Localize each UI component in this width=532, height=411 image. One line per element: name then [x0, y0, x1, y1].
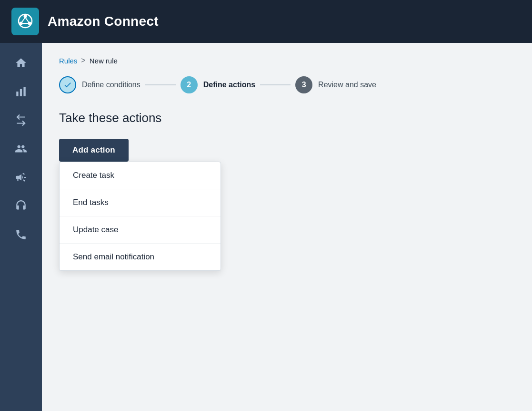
sidebar-item-users[interactable]	[7, 136, 35, 161]
svg-rect-10	[23, 87, 25, 96]
step-define-conditions: Define conditions	[59, 76, 141, 93]
sidebar-item-agent[interactable]	[7, 194, 35, 218]
add-action-dropdown-container: Add action Create task End tasks Update …	[59, 139, 129, 162]
breadcrumb-separator: >	[81, 56, 85, 65]
headset-icon	[15, 200, 27, 212]
users-icon	[15, 143, 27, 155]
app-header: Amazon Connect	[0, 0, 532, 43]
stepper: Define conditions 2 Define actions 3 Rev…	[59, 76, 515, 93]
svg-rect-0	[11, 8, 39, 35]
checkmark-icon	[63, 81, 72, 89]
action-dropdown-menu: Create task End tasks Update case Send e…	[59, 162, 221, 271]
breadcrumb: Rules > New rule	[59, 56, 515, 65]
breadcrumb-current: New rule	[90, 57, 118, 65]
svg-rect-8	[16, 92, 18, 96]
sidebar	[0, 43, 42, 411]
svg-point-2	[24, 15, 27, 18]
app-title: Amazon Connect	[48, 14, 159, 29]
sidebar-item-routing[interactable]	[7, 108, 35, 133]
dropdown-item-update-case[interactable]: Update case	[60, 216, 221, 244]
phone-icon	[15, 228, 27, 241]
dropdown-item-end-tasks[interactable]: End tasks	[60, 189, 221, 216]
step-connector-2	[260, 84, 291, 85]
sidebar-item-home[interactable]	[7, 51, 35, 75]
sidebar-item-phone[interactable]	[7, 222, 35, 247]
sidebar-item-campaigns[interactable]	[7, 165, 35, 190]
step1-label: Define conditions	[82, 81, 141, 89]
step-define-actions: 2 Define actions	[181, 76, 255, 93]
bar-chart-icon	[15, 85, 27, 98]
step3-number: 3	[302, 81, 306, 89]
megaphone-icon	[15, 171, 27, 184]
step3-label: Review and save	[318, 81, 376, 89]
step-review-save: 3 Review and save	[295, 76, 376, 93]
svg-rect-9	[20, 89, 22, 96]
app-logo-icon	[11, 8, 39, 35]
step3-circle: 3	[295, 76, 312, 93]
step1-circle	[59, 76, 76, 93]
main-content: Rules > New rule Define conditions 2	[42, 43, 532, 411]
step2-number: 2	[187, 81, 191, 89]
home-icon	[15, 57, 27, 69]
sidebar-item-analytics[interactable]	[7, 79, 35, 104]
step2-circle: 2	[181, 76, 198, 93]
breadcrumb-rules-link[interactable]: Rules	[59, 57, 77, 65]
routing-icon	[15, 114, 27, 126]
dropdown-item-send-email[interactable]: Send email notification	[60, 244, 221, 270]
add-action-button[interactable]: Add action	[59, 139, 129, 162]
section-title: Take these actions	[59, 111, 515, 125]
step-connector-1	[145, 84, 176, 85]
dropdown-item-create-task[interactable]: Create task	[60, 162, 221, 189]
step2-label: Define actions	[203, 81, 255, 89]
